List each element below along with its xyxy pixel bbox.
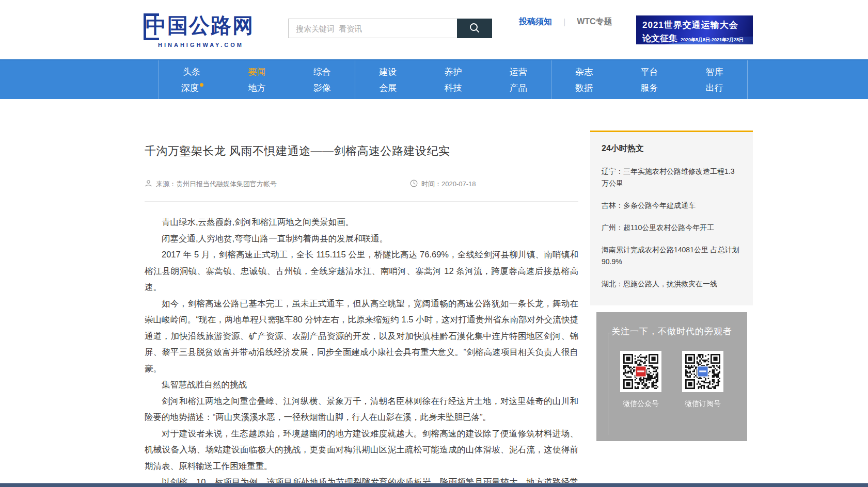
nav-col-yaowen: 要闻 地方 <box>224 60 289 99</box>
search-icon <box>469 22 480 35</box>
logo-bracket-icon <box>144 13 159 40</box>
nav-item-chuxing[interactable]: 出行 <box>682 80 747 96</box>
nav-item-toutiao[interactable]: 头条 <box>159 64 224 80</box>
nav-item-yunying[interactable]: 运营 <box>486 64 551 80</box>
nav-item-shuju[interactable]: 数据 <box>551 80 617 96</box>
banner-line1: 2021世界交通运输大会 <box>642 19 753 31</box>
logo-subtitle: HINAHIGHWAY.COM <box>158 42 283 48</box>
nav-item-zonghe[interactable]: 综合 <box>290 64 355 80</box>
article-source: 来源：贵州日报当代融媒体集团官方帐号 <box>145 180 277 189</box>
search-input[interactable] <box>288 19 457 38</box>
qr-label-official: 微信公众号 <box>620 399 661 409</box>
nav-item-yanghu[interactable]: 养护 <box>420 64 485 80</box>
logo-title: 中国公路网 <box>146 11 254 40</box>
banner-dates: 2020年5月8日-2021年2月28日 <box>681 37 744 42</box>
nav-item-yingxiang[interactable]: 影像 <box>290 80 355 96</box>
article-paragraph: 2017 年 5 月，剑榕高速正式动工，全长 115.115 公里，桥隧比高达 … <box>145 247 578 296</box>
qr-label-subscription: 微信订阅号 <box>682 399 723 409</box>
nav-item-zhiku[interactable]: 智库 <box>682 64 747 80</box>
submission-notice-link[interactable]: 投稿须知 <box>519 17 552 27</box>
nav-col-yunying: 运营 产品 <box>486 60 551 99</box>
banner-line2: 论文征集2020年5月8日-2021年2月28日 <box>642 33 753 44</box>
nav-item-zazhi[interactable]: 杂志 <box>551 64 617 80</box>
person-icon <box>145 180 156 189</box>
hot-articles-title: 24小时热文 <box>602 143 741 154</box>
nav-item-shendu[interactable]: 深度 <box>159 80 224 96</box>
article-body: 青山绿水,云蒸霞蔚,剑河和榕江两地之间美景如画。 闭塞交通,人穷地贫,弯弯山路一… <box>145 214 578 487</box>
article-paragraph: 剑河和榕江两地之间重峦叠嶂、江河纵横、景象万千，清朝名臣林则徐在行经这片土地，对… <box>145 393 578 426</box>
article-paragraph: 对于建设者来说，生态越原始，环境越幽闭的地方建设难度就越大。剑榕高速的建设除了便… <box>145 426 578 475</box>
new-dot-icon <box>200 83 203 87</box>
nav-col-jianshe: 建设 会展 <box>355 60 420 99</box>
nav-item-keji[interactable]: 科技 <box>420 80 485 96</box>
nav-item-huizhan[interactable]: 会展 <box>355 80 420 96</box>
search-bar <box>288 19 492 38</box>
nav-col-zonghe: 综合 影像 <box>290 60 355 99</box>
nav-group-3: 杂志 数据 平台 服务 智库 出行 <box>551 60 748 99</box>
nav-col-zazhi: 杂志 数据 <box>551 60 617 99</box>
article-paragraph: 青山绿水,云蒸霞蔚,剑河和榕江两地之间美景如画。 <box>145 214 578 231</box>
article-divider <box>145 201 578 202</box>
frame-decoration <box>608 333 621 333</box>
site-logo[interactable]: 中国公路网 HINAHIGHWAY.COM <box>144 11 283 48</box>
nav-item-yaowen-active[interactable]: 要闻 <box>224 64 289 80</box>
article-meta: 来源：贵州日报当代融媒体集团官方帐号 时间：2020-07-18 <box>145 180 578 189</box>
article: 千沟万壑架长龙 风雨不惧建通途——剑榕高速公路建设纪实 来源：贵州日报当代融媒体… <box>145 116 578 487</box>
nav-group-1: 头条 深度 要闻 地方 综合 影像 <box>159 60 355 99</box>
hot-articles-box: 24小时热文 辽宁：三年实施农村公路维修改造工程1.3万公里 吉林：多条公路今年… <box>590 131 753 305</box>
main-nav: 头条 深度 要闻 地方 综合 影像 建设 会展 养护 科技 运营 <box>0 59 868 99</box>
header-links-divider: | <box>563 18 565 27</box>
hot-article-link[interactable]: 辽宁：三年实施农村公路维修改造工程1.3万公里 <box>602 166 741 189</box>
wtc-topic-link[interactable]: WTC专题 <box>577 17 612 27</box>
hot-article-link[interactable]: 广州：超110公里农村公路今年开工 <box>602 222 741 234</box>
nav-item-jianshe[interactable]: 建设 <box>355 64 420 80</box>
hot-article-link[interactable]: 湖北：恩施公路人，抗洪救灾在一线 <box>602 278 741 290</box>
article-title: 千沟万壑架长龙 风雨不惧建通途——剑榕高速公路建设纪实 <box>145 143 578 159</box>
site-header: 中国公路网 HINAHIGHWAY.COM 投稿须知 | WTC专题 2021世… <box>0 0 868 59</box>
article-paragraph: 闭塞交通,人穷地贫,弯弯山路一直制约着两县的发展和联通。 <box>145 231 578 247</box>
wechat-subscription-qr-icon <box>682 351 723 392</box>
nav-col-toutiao: 头条 深度 <box>159 60 224 99</box>
wechat-follow-box: 关注一下，不做时代的旁观者 微信公众号 微信订阅号 <box>596 312 747 441</box>
qr-row: 微信公众号 微信订阅号 <box>596 351 747 409</box>
article-time-text: 时间：2020-07-18 <box>421 180 476 189</box>
nav-col-pingtai: 平台 服务 <box>617 60 682 99</box>
article-paragraph: 如今，剑榕高速公路已基本完工，虽未正式通车，但从高空眺望，宽阔通畅的高速公路犹如… <box>145 296 578 377</box>
header-links: 投稿须知 | WTC专题 <box>519 17 612 27</box>
article-time: 时间：2020-07-18 <box>410 180 476 189</box>
footer-bar <box>0 483 868 487</box>
wechat-official-qr-icon <box>620 351 661 392</box>
nav-item-fuwu[interactable]: 服务 <box>617 80 682 96</box>
article-paragraph: 集智慧战胜自然的挑战 <box>145 377 578 393</box>
follow-title: 关注一下，不做时代的旁观者 <box>596 326 747 337</box>
nav-item-difang[interactable]: 地方 <box>224 80 289 96</box>
wtc-conference-banner[interactable]: 2021世界交通运输大会 论文征集2020年5月8日-2021年2月28日 <box>636 15 753 44</box>
clock-icon <box>410 180 421 189</box>
article-source-text: 来源：贵州日报当代融媒体集团官方帐号 <box>156 180 277 189</box>
nav-item-pingtai[interactable]: 平台 <box>617 64 682 80</box>
nav-group-2: 建设 会展 养护 科技 运营 产品 <box>355 60 551 99</box>
hot-article-link[interactable]: 海南累计完成农村公路14081公里 占总计划90.9% <box>602 244 741 268</box>
nav-item-chanpin[interactable]: 产品 <box>486 80 551 96</box>
search-button[interactable] <box>457 19 492 38</box>
nav-col-zhiku: 智库 出行 <box>682 60 747 99</box>
nav-inner: 头条 深度 要闻 地方 综合 影像 建设 会展 养护 科技 运营 <box>159 60 748 99</box>
nav-col-yanghu: 养护 科技 <box>420 60 485 99</box>
qr-tile-subscription: 微信订阅号 <box>682 351 723 409</box>
frame-decoration <box>608 333 608 435</box>
qr-tile-official: 微信公众号 <box>620 351 661 409</box>
hot-article-link[interactable]: 吉林：多条公路今年建成通车 <box>602 200 741 212</box>
